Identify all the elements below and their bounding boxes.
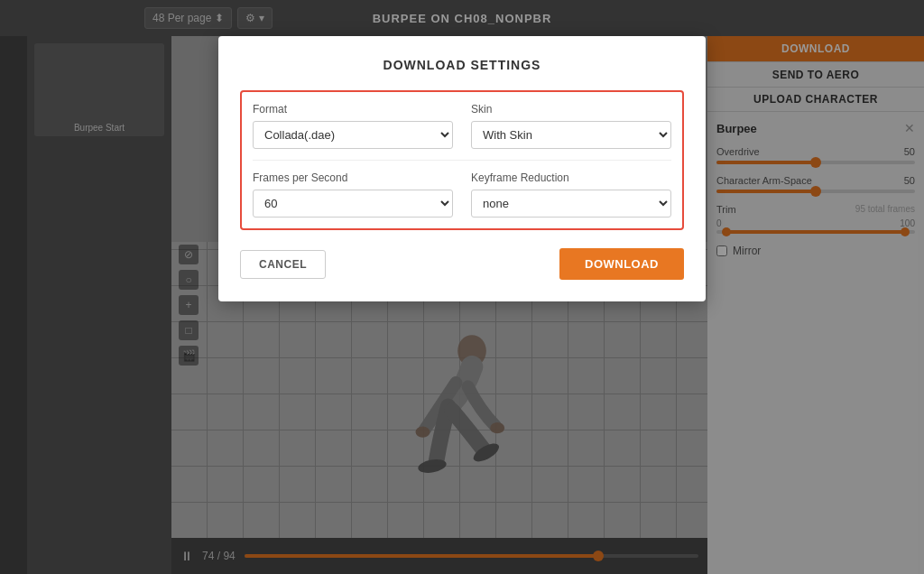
skin-select[interactable]: With Skin Without Skin — [471, 121, 671, 149]
fps-keyframe-row: Frames per Second 60 30 24 Keyframe Redu… — [253, 171, 671, 218]
download-modal-button[interactable]: DOWNLOAD — [559, 248, 684, 280]
keyframe-field: Keyframe Reduction none light medium hea… — [471, 171, 671, 218]
modal-actions: CANCEL DOWNLOAD — [240, 248, 684, 280]
format-field: Format Collada(.dae) FBX(.fbx) BVH(.bvh)… — [253, 103, 453, 149]
modal-divider — [253, 160, 671, 161]
modal-title: DOWNLOAD SETTINGS — [240, 58, 684, 72]
fps-field: Frames per Second 60 30 24 — [253, 171, 453, 218]
cancel-button[interactable]: CANCEL — [240, 250, 326, 279]
format-skin-row: Format Collada(.dae) FBX(.fbx) BVH(.bvh)… — [253, 103, 671, 149]
modal-overlay: DOWNLOAD SETTINGS Format Collada(.dae) F… — [0, 0, 924, 574]
modal-form-group: Format Collada(.dae) FBX(.fbx) BVH(.bvh)… — [240, 90, 684, 230]
keyframe-select[interactable]: none light medium heavy — [471, 190, 671, 218]
format-select[interactable]: Collada(.dae) FBX(.fbx) BVH(.bvh) glTF(.… — [253, 121, 453, 149]
fps-select[interactable]: 60 30 24 — [253, 190, 453, 218]
fps-label: Frames per Second — [253, 171, 453, 184]
skin-field: Skin With Skin Without Skin — [471, 103, 671, 149]
download-settings-modal: DOWNLOAD SETTINGS Format Collada(.dae) F… — [218, 36, 706, 301]
format-label: Format — [253, 103, 453, 116]
keyframe-label: Keyframe Reduction — [471, 171, 671, 184]
skin-label: Skin — [471, 103, 671, 116]
